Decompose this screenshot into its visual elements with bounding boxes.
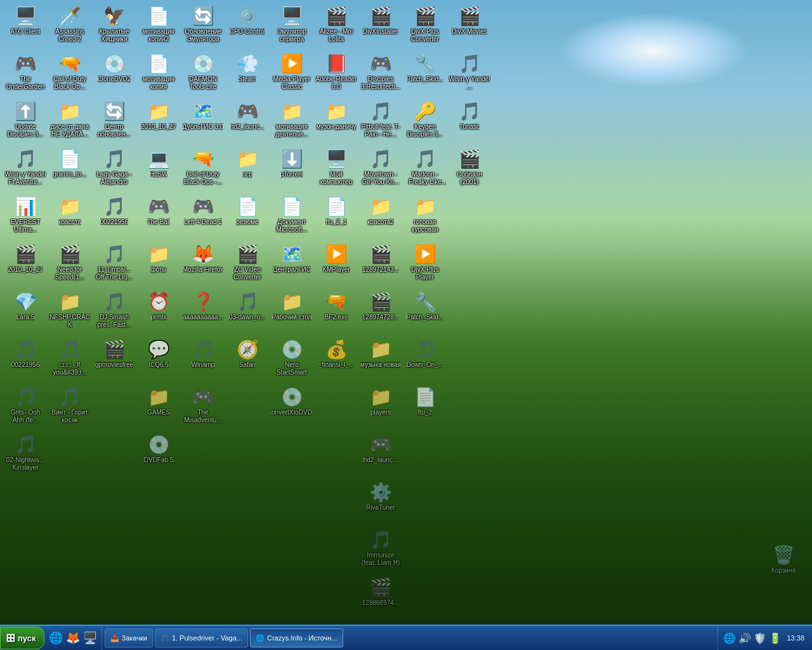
dvdfab5-desktop-icon[interactable]: 💿DVDFab 5	[136, 432, 181, 479]
players-desktop-icon[interactable]: 📁players	[358, 384, 403, 432]
pitbull-desktop-icon[interactable]: 🎵Pitbull feat. T-Pain - He...	[358, 98, 403, 146]
steam-desktop-icon[interactable]: 💨Steam	[225, 51, 270, 98]
centr-obnovlen-desktop-icon[interactable]: 🔄Центр обновлен...	[92, 98, 136, 146]
keygen-disciples-desktop-icon[interactable]: 🔑Keygen Disciples 3...	[403, 98, 447, 146]
cpu-control-desktop-icon[interactable]: ⚙️CPU-Control	[225, 3, 270, 51]
system-clock[interactable]: 13:38	[784, 634, 807, 642]
media-player-classic-desktop-icon[interactable]: ▶️Media Player Classic	[270, 51, 314, 98]
aaaaaaaaaa-desktop-icon[interactable]: ❓aaaaaaaaaa...	[181, 289, 225, 336]
bf2-exe-desktop-icon[interactable]: 🔫BF2.exe	[314, 289, 358, 336]
tray-network-icon[interactable]: 🌐	[723, 632, 736, 644]
tray-battery-icon[interactable]: 🔋	[769, 632, 782, 644]
madcon-desktop-icon[interactable]: 🎵Madcon - Freaky Like Me	[403, 146, 447, 194]
emulator-servera-desktop-icon[interactable]: 🖥️Эмулятор сервера	[270, 3, 314, 51]
wisin-yandel-aventur-desktop-icon[interactable]: 🎵Wisin y Yandel Ft Aventur...	[3, 146, 48, 194]
tray-volume-icon[interactable]: 🔊	[738, 632, 751, 644]
ftu-2-desktop-icon[interactable]: 📄ftu_2	[403, 384, 447, 432]
recycle-bin-icon[interactable]: 🗑️ Корзина	[761, 542, 806, 590]
dj-smash-desktop-icon[interactable]: 🎵DJ Smash pres. Fast...	[92, 289, 136, 336]
krasota2-desktop-icon[interactable]: 📁красота2	[358, 194, 403, 241]
prmtx-desktop-icon[interactable]: ⏰prmtx	[136, 289, 181, 336]
convertxtodvd-desktop-icon[interactable]: 💿onvertXtoDVD	[270, 384, 314, 432]
task-pulsedriver[interactable]: 🎵 1. Pulsedriver - Vaga...	[155, 628, 248, 647]
lara5-desktop-icon[interactable]: 💎Lara 5	[3, 289, 48, 336]
rivaturner-desktop-icon[interactable]: ⚙️RivaTuner	[358, 479, 403, 527]
11-timbaland-desktop-icon[interactable]: 🎵11-Timbal... Off The Liq...	[92, 241, 136, 289]
icq65-desktop-icon[interactable]: 💬ICQ6.5	[136, 336, 181, 384]
wisin-yandel2-desktop-icon[interactable]: 🎵Wisin y Yandel ...	[447, 51, 492, 98]
disciples3-resurr-desktop-icon[interactable]: 🎮Disciples 3.Resurrecti...	[358, 51, 403, 98]
muzyka-novaya-desktop-icon[interactable]: 📁музыка новая	[358, 336, 403, 384]
safari-desktop-icon[interactable]: 🧭Safari	[225, 336, 270, 384]
gotovaya-kursovaya-desktop-icon[interactable]: 📁готовая курсовая	[403, 194, 447, 241]
adobe-reader-desktop-icon[interactable]: 📕Adobe Reader 6.0	[314, 51, 358, 98]
tray-security-icon[interactable]: 🛡️	[754, 632, 766, 644]
ql-ie-icon[interactable]: 🌐	[48, 630, 63, 646]
dokument-microsoft-desktop-icon[interactable]: 📄Документ Microsoft...	[270, 194, 314, 241]
hd2-launca-desktop-icon[interactable]: 🎮hd2_launc...	[358, 432, 403, 479]
gpmoviesfree-desktop-icon[interactable]: 🎬gpmoviesfree	[92, 336, 136, 384]
00221956-desktop-icon[interactable]: 🎵00221956	[3, 336, 48, 384]
patch-skid-desktop-icon[interactable]: 🔧Patch_Skid...	[403, 51, 447, 98]
lady-gaga-desktop-icon[interactable]: 🎵Lady Gaga - Alejandro	[92, 146, 136, 194]
nfshp-crack-desktop-icon[interactable]: 📁NFSHP.CRACK	[48, 289, 92, 336]
dubgis30-desktop-icon[interactable]: 🗺️ДубльГИС 3.0	[181, 98, 225, 146]
divx-plus-converter-desktop-icon[interactable]: 🎬DivX Plus Converter	[403, 3, 447, 51]
patch-skid2-desktop-icon[interactable]: 🔧Patch_Skid...	[403, 289, 447, 336]
kmplayer-desktop-icon[interactable]: ▶️KMPlayer	[314, 241, 358, 289]
left4dead2-desktop-icon[interactable]: 🎮Left 4 Dead 2	[181, 194, 225, 241]
clonedvd2-desktop-icon[interactable]: 💿CloneDVD2	[92, 51, 136, 98]
dise-ot-dana-desktop-icon[interactable]: 📁дисе от дана НЕ УДАЛА...	[48, 98, 92, 146]
moy-kompyuter-desktop-icon[interactable]: 🖥️Мой компьютер	[314, 146, 358, 194]
need-for-speed-desktop-icon[interactable]: 🎬Need for Speed(1...	[48, 241, 92, 289]
nero-startsmart-desktop-icon[interactable]: 💿Nero StartSmart	[270, 336, 314, 384]
ql-desktop-icon[interactable]: 🖥️	[82, 630, 98, 646]
rezyume-desktop-icon[interactable]: 📄резюме	[225, 194, 270, 241]
square-if-you-desktop-icon[interactable]: 🎵□□□ - If you&#39;r...	[48, 336, 92, 384]
assassins-creed-2-desktop-icon[interactable]: 🗡️Assassins Creed 2	[48, 3, 92, 51]
centralgis-desktop-icon[interactable]: 🗺️ЦентралГИС	[270, 241, 314, 289]
2010-10-27-folder-desktop-icon[interactable]: 📁2010_10_27	[136, 98, 181, 146]
motivaciya-kopiya-desktop-icon[interactable]: 📄мотивация копия	[136, 51, 181, 98]
motivaciya-deyateln-desktop-icon[interactable]: 📁мотивация деятельн...	[270, 98, 314, 146]
krylatye-desktop-icon[interactable]: 🦅Крылатые Хищники	[92, 3, 136, 51]
down-on-desktop-icon[interactable]: 🎵Down_On_...	[403, 336, 447, 384]
alizee-moi-lolita-desktop-icon[interactable]: 🎬Alizee - Moi Lolita	[314, 3, 358, 51]
128868974-desktop-icon[interactable]: 🎬128868974...	[358, 574, 403, 622]
gramm-to-desktop-icon[interactable]: 📄gramm_to...	[48, 146, 92, 194]
ftu-2-1-desktop-icon[interactable]: 📄ftu_2_1	[314, 194, 358, 241]
the-misadventu-desktop-icon[interactable]: 🎮The Misadventu...	[181, 384, 225, 432]
hlsw-desktop-icon[interactable]: 💻HLSW	[136, 146, 181, 194]
rabochiy-stol-desktop-icon[interactable]: 📁Рабочий стол	[270, 289, 314, 336]
soblazn-desktop-icon[interactable]: 🎬Соблазн (2001)	[447, 146, 492, 194]
tunatic-desktop-icon[interactable]: 🎵Tunatic	[447, 98, 492, 146]
task-crazys[interactable]: 🌐 Crazys.Info - Источн...	[250, 628, 343, 647]
ucp-desktop-icon[interactable]: 📁ucp	[225, 146, 270, 194]
zc-video-converter-desktop-icon[interactable]: 🎬ZC Video Converter	[225, 241, 270, 289]
call-duty-black-ops2-desktop-icon[interactable]: 🔫Call of Duty Black Ops -...	[181, 146, 225, 194]
divxinstaller-desktop-icon[interactable]: 🎬DivXInstaller	[358, 3, 403, 51]
the-undergarden-desktop-icon[interactable]: 🎮The UnderGarden	[3, 51, 48, 98]
movetown-desktop-icon[interactable]: 🎵Movetown - Girl You Kn...	[358, 146, 403, 194]
winamp-desktop-icon[interactable]: 🎵Winamp	[181, 336, 225, 384]
03-dawn-o-desktop-icon[interactable]: 🎵03-dawn_o...	[225, 289, 270, 336]
call-duty-black-ops-desktop-icon[interactable]: 🔫Call of Duty Black Op...	[48, 51, 92, 98]
finansi-l-desktop-icon[interactable]: 💰_finansi_l_...	[314, 336, 358, 384]
00221956-2-desktop-icon[interactable]: 🎵00221956	[92, 194, 136, 241]
foty-desktop-icon[interactable]: 📁фоты	[136, 241, 181, 289]
update-disciples-desktop-icon[interactable]: ⬆️Update Disciples 3...	[3, 98, 48, 146]
grits-ooh-ahh-desktop-icon[interactable]: 🎵Grits--Ooh Ahh (fe...	[3, 384, 48, 432]
start-button[interactable]: ⊞ пуск	[0, 627, 44, 649]
daemon-tools-lite-desktop-icon[interactable]: 💿DAEMON Tools Lite	[181, 51, 225, 98]
mozilla-firefox-desktop-icon[interactable]: 🦊Mozilla Firefox	[181, 241, 225, 289]
128974728-desktop-icon[interactable]: 🎬128974728...	[358, 289, 403, 336]
hd2-launc-desktop-icon[interactable]: 🎮hd2_launc...	[225, 98, 270, 146]
muzon-danichu-desktop-icon[interactable]: 📁музон даничу	[314, 98, 358, 146]
obnovlenie-emul-desktop-icon[interactable]: 🔄Обновление Эмулятора	[181, 3, 225, 51]
task-zakachki[interactable]: 📥 Закачки	[105, 628, 153, 647]
utorrent-desktop-icon[interactable]: ⬇️µTorrent	[270, 146, 314, 194]
02-nightwish-desktop-icon[interactable]: 🎵02-Nightwis... Kinslayer	[3, 432, 48, 479]
divx-plus-player-desktop-icon[interactable]: ▶️DivX Plus Player	[403, 241, 447, 289]
the-ball-desktop-icon[interactable]: 🎮The Ball	[136, 194, 181, 241]
motivaciya-kopiya2-desktop-icon[interactable]: 📄мотивация копия2	[136, 3, 181, 51]
